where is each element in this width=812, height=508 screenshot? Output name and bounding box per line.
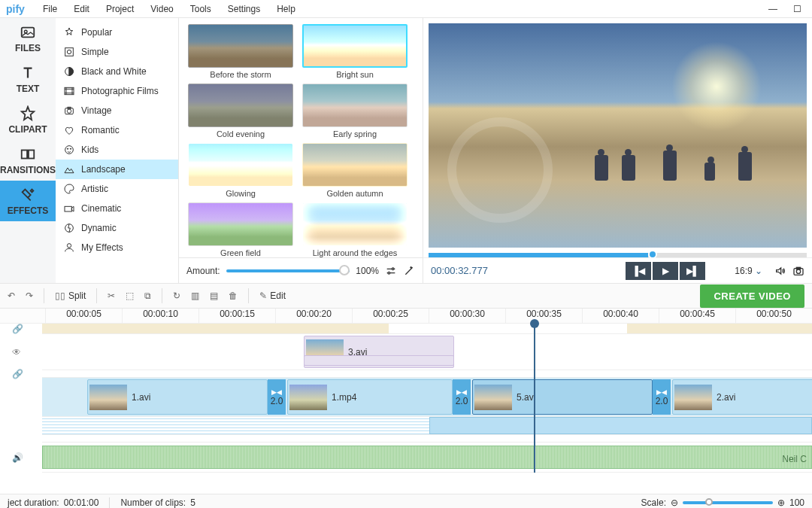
- svg-point-9: [67, 109, 71, 113]
- cat-photo[interactable]: Photographic Films: [56, 81, 178, 101]
- video-clip-1[interactable]: 1.avi: [87, 379, 268, 415]
- transition-2[interactable]: ▶◀2.0: [453, 379, 471, 415]
- zoom-in-button[interactable]: ⊕: [777, 497, 785, 508]
- title-track[interactable]: 🔗: [42, 324, 812, 334]
- app-logo: pify: [6, 3, 25, 15]
- snapshot-icon[interactable]: [792, 265, 804, 277]
- volume-icon[interactable]: [774, 265, 786, 277]
- video-track[interactable]: 1.avi ▶◀2.0 1.mp4 ▶◀2.0 5.avi ▶◀2.0 2.av…: [42, 378, 812, 417]
- aspect-ratio[interactable]: 16:9 ⌄: [735, 266, 762, 276]
- playback-time: 00:00:32.777: [431, 265, 488, 276]
- video-clip-2[interactable]: 1.mp4: [287, 379, 453, 415]
- rotate-button[interactable]: ↻: [173, 291, 180, 301]
- cat-kids[interactable]: Kids: [56, 140, 178, 160]
- svg-rect-4: [65, 48, 74, 56]
- transition-1[interactable]: ▶◀2.0: [268, 379, 286, 415]
- playhead[interactable]: [534, 324, 535, 473]
- effects-browser: Before the storm Bright sun Cold evening…: [179, 18, 423, 283]
- duration-label: ject duration:: [8, 497, 59, 508]
- svg-rect-0: [22, 27, 35, 37]
- svg-point-13: [70, 148, 71, 149]
- effect-cold-evening[interactable]: Cold evening: [188, 84, 293, 138]
- preview-panel: 00:00:32.777 ▐◀ ▶ ▶▌ 16:9 ⌄: [423, 18, 812, 283]
- amount-slider[interactable]: [226, 269, 350, 272]
- effect-early-spring[interactable]: Early spring: [302, 84, 408, 138]
- edit-button[interactable]: ✎ Edit: [259, 291, 286, 301]
- svg-point-5: [67, 50, 71, 53]
- arrange-button[interactable]: ▥: [191, 291, 199, 301]
- left-tab-strip: FILES TEXT CLIPART RANSITIONS EFFECTS: [0, 18, 56, 283]
- next-button[interactable]: ▶▌: [680, 262, 705, 280]
- amount-value: 100%: [356, 266, 379, 276]
- cat-myeffects[interactable]: My Effects: [56, 238, 178, 257]
- spacer-track: [42, 435, 812, 443]
- menu-project[interactable]: Project: [98, 0, 141, 18]
- redo-button[interactable]: ↷: [26, 291, 33, 301]
- tab-transitions[interactable]: RANSITIONS: [0, 140, 56, 181]
- prev-button[interactable]: ▐◀: [626, 262, 651, 280]
- overlay-clip-2[interactable]: [304, 355, 454, 366]
- cat-vintage[interactable]: Vintage: [56, 101, 178, 120]
- scale-slider[interactable]: [683, 501, 773, 504]
- cut-button[interactable]: ✂: [108, 291, 115, 301]
- menu-edit[interactable]: Edit: [66, 0, 97, 18]
- settings-icon[interactable]: [385, 265, 397, 277]
- audio-waveform[interactable]: Neil C: [42, 446, 812, 469]
- audio-track[interactable]: 🔊 Neil C: [42, 443, 812, 473]
- tab-text[interactable]: TEXT: [0, 59, 56, 99]
- play-button[interactable]: ▶: [653, 262, 678, 280]
- menu-file[interactable]: File: [35, 0, 65, 18]
- category-list: Popular Simple Black and White Photograp…: [56, 18, 179, 283]
- cat-popular[interactable]: Popular: [56, 23, 178, 42]
- svg-point-20: [796, 269, 800, 273]
- menu-video[interactable]: Video: [143, 0, 180, 18]
- seek-bar[interactable]: [429, 253, 807, 257]
- minimize-button[interactable]: —: [764, 0, 782, 18]
- cat-simple[interactable]: Simple: [56, 42, 178, 62]
- effect-glowing[interactable]: Glowing: [188, 143, 293, 198]
- speaker-icon: 🔊: [12, 452, 23, 463]
- split-button[interactable]: ▯▯ Split: [55, 291, 86, 301]
- video-clip-4[interactable]: 2.avi: [672, 379, 812, 415]
- volume-track[interactable]: [42, 417, 812, 435]
- time-ruler[interactable]: 00:00:0500:00:10 00:00:1500:00:20 00:00:…: [0, 309, 812, 324]
- cat-cinematic[interactable]: Cinematic: [56, 199, 178, 218]
- link-icon: 🔗: [12, 324, 23, 334]
- effect-light-edges[interactable]: Light around the edges: [302, 202, 408, 257]
- eye-icon: 👁: [12, 347, 21, 357]
- amount-label: Amount:: [186, 266, 220, 276]
- transition-3[interactable]: ▶◀2.0: [653, 379, 671, 415]
- scale-label: Scale:: [641, 497, 666, 508]
- maximize-button[interactable]: ☐: [788, 0, 806, 18]
- cat-landscape[interactable]: Landscape: [56, 160, 178, 179]
- cat-dynamic[interactable]: Dynamic: [56, 218, 178, 238]
- delete-button[interactable]: 🗑: [229, 291, 238, 301]
- effect-green-field[interactable]: Green field: [188, 202, 293, 257]
- menu-settings[interactable]: Settings: [220, 0, 268, 18]
- video-clip-3[interactable]: 5.avi: [472, 379, 653, 415]
- list-button[interactable]: ▤: [210, 291, 218, 301]
- zoom-out-button[interactable]: ⊖: [671, 497, 678, 508]
- overlay-link-track[interactable]: 🔗: [42, 370, 812, 378]
- effect-bright-sun[interactable]: Bright sun: [302, 24, 408, 79]
- menu-tools[interactable]: Tools: [183, 0, 219, 18]
- tab-files[interactable]: FILES: [0, 18, 56, 59]
- tab-clipart[interactable]: CLIPART: [0, 99, 56, 140]
- create-video-button[interactable]: CREATE VIDEO: [700, 284, 804, 308]
- duplicate-button[interactable]: ⧉: [144, 291, 151, 301]
- overlay-track[interactable]: 👁 3.avi: [42, 334, 812, 370]
- tab-effects[interactable]: EFFECTS: [0, 181, 56, 221]
- undo-button[interactable]: ↶: [8, 291, 15, 301]
- menu-bar: pify File Edit Project Video Tools Setti…: [0, 0, 812, 18]
- wand-icon[interactable]: [403, 265, 415, 277]
- effect-before-storm[interactable]: Before the storm: [188, 24, 293, 79]
- window-controls: — ☐: [764, 0, 806, 18]
- cat-bw[interactable]: Black and White: [56, 62, 178, 81]
- effect-golden-autumn[interactable]: Golden autumn: [302, 143, 408, 198]
- svg-point-16: [67, 244, 71, 248]
- cat-romantic[interactable]: Romantic: [56, 120, 178, 140]
- menu-help[interactable]: Help: [269, 0, 303, 18]
- crop-button[interactable]: ⬚: [126, 291, 134, 301]
- duration-value: 00:01:00: [64, 497, 99, 508]
- cat-artistic[interactable]: Artistic: [56, 179, 178, 199]
